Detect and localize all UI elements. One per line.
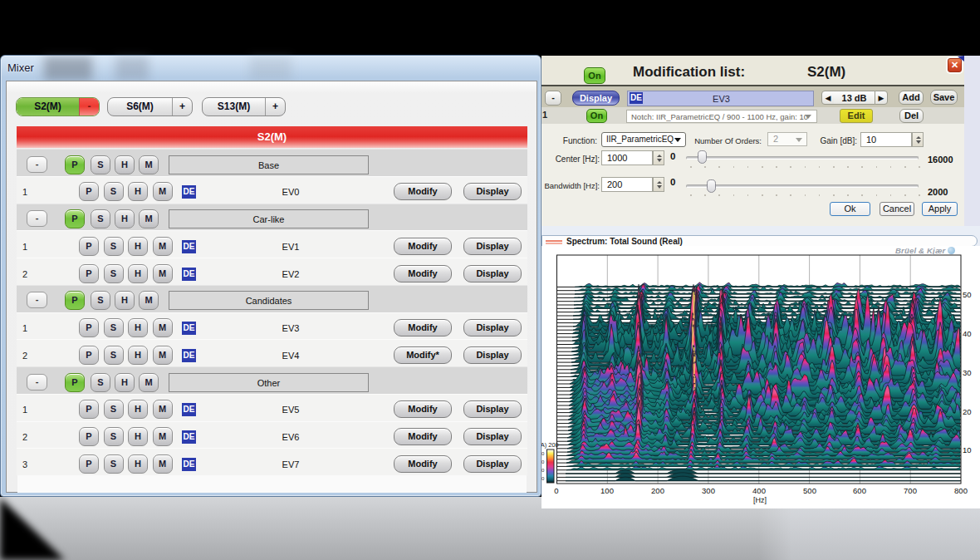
svg-text:3(A) 200: 3(A) 200 (541, 441, 559, 449)
svg-text:400: 400 (752, 486, 766, 495)
svg-text:500: 500 (803, 486, 816, 495)
svg-text:40: 40 (963, 329, 972, 338)
svg-text:100: 100 (600, 486, 614, 495)
svg-text:300: 300 (702, 486, 715, 495)
svg-text:10: 10 (963, 445, 972, 454)
svg-text:50: 50 (963, 290, 972, 299)
svg-text:600: 600 (853, 486, 866, 495)
svg-text:[Hz]: [Hz] (753, 496, 767, 504)
svg-text:800: 800 (954, 486, 968, 495)
svg-text:30: 30 (963, 368, 972, 377)
svg-text:200: 200 (651, 486, 664, 495)
svg-text:700: 700 (904, 486, 917, 495)
svg-text:20: 20 (963, 407, 972, 416)
svg-text:0: 0 (554, 486, 558, 495)
